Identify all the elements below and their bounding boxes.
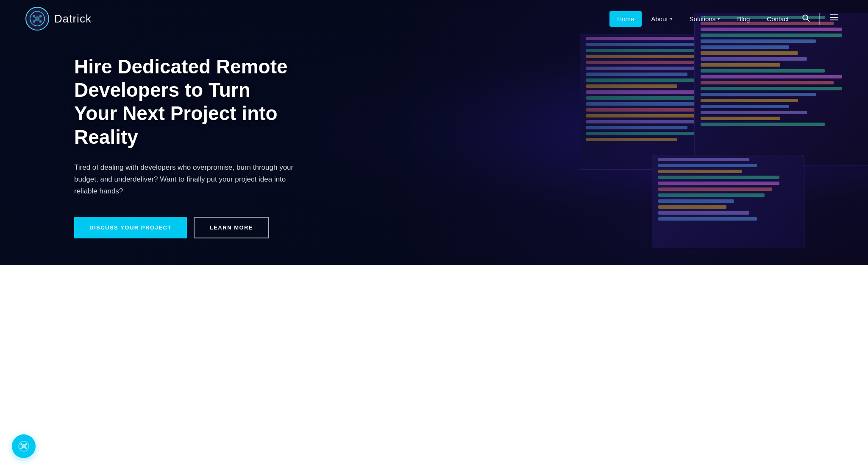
svg-point-3 [39, 15, 42, 17]
nav-solutions[interactable]: Solutions ▾ [682, 11, 728, 27]
hero-buttons: DISCUSS YOUR PROJECT LEARN MORE [74, 217, 297, 238]
chevron-down-icon: ▾ [718, 16, 720, 22]
hamburger-menu-icon[interactable] [826, 9, 843, 28]
svg-line-11 [807, 19, 810, 21]
logo[interactable]: Datrick [25, 7, 92, 31]
search-icon[interactable] [798, 10, 813, 28]
hero-subtitle: Tired of dealing with developers who ove… [74, 162, 297, 197]
navbar: Datrick Home About ▾ Solutions ▾ Blog Co… [0, 0, 868, 37]
learn-more-button[interactable]: LEARN MORE [194, 217, 269, 238]
nav-home[interactable]: Home [609, 11, 642, 27]
svg-point-21 [20, 443, 22, 445]
svg-point-4 [33, 20, 36, 23]
chevron-down-icon: ▾ [670, 16, 673, 22]
svg-point-23 [20, 448, 22, 449]
logo-icon [25, 7, 49, 31]
below-fold-section [0, 265, 868, 470]
nav-divider [819, 13, 820, 25]
svg-point-2 [33, 15, 36, 17]
hero-section: Hire Dedicated Remote Developers to Turn… [0, 0, 868, 265]
nav-about[interactable]: About ▾ [643, 11, 680, 27]
discuss-project-button[interactable]: DISCUSS YOUR PROJECT [74, 217, 187, 238]
hero-title: Hire Dedicated Remote Developers to Turn… [74, 55, 297, 149]
svg-point-24 [25, 448, 27, 449]
nav-links: Home About ▾ Solutions ▾ Blog Contact [609, 9, 843, 28]
svg-point-5 [39, 20, 42, 23]
nav-blog[interactable]: Blog [729, 11, 757, 27]
nav-contact[interactable]: Contact [759, 11, 796, 27]
svg-point-22 [25, 443, 27, 445]
floating-action-button[interactable] [12, 434, 36, 458]
brand-name: Datrick [54, 12, 92, 25]
